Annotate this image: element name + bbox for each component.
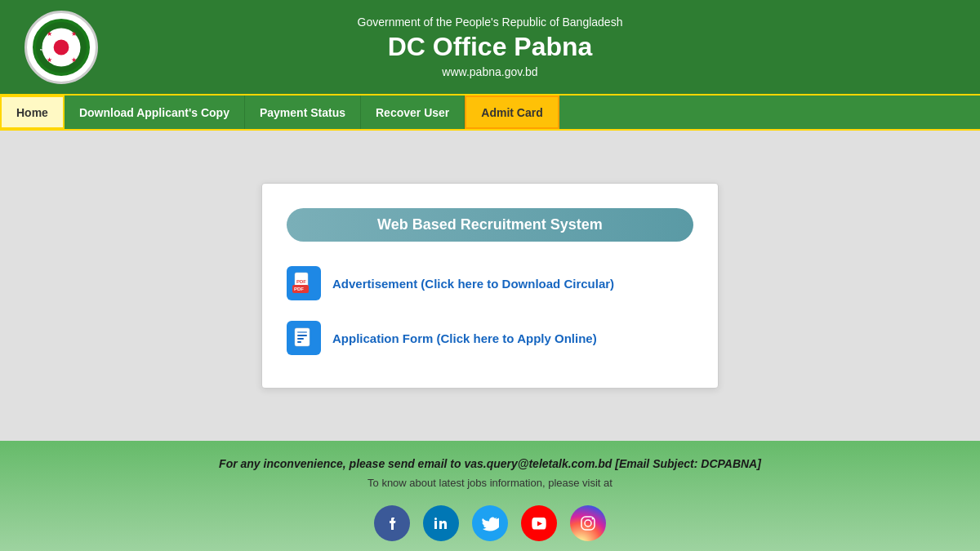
main-navbar: Home Download Applicant's Copy Payment S…	[0, 94, 980, 131]
advertisement-link[interactable]: PDF PDF Advertisement (Click here to Dow…	[287, 266, 693, 300]
site-header: ★ ★ ★ ★ সরকার Government of the People's…	[0, 0, 980, 94]
emblem-svg: ★ ★ ★ ★ সরকার	[36, 20, 87, 74]
form-icon	[287, 321, 321, 355]
svg-text:★: ★	[47, 56, 52, 63]
nav-payment[interactable]: Payment Status	[245, 96, 361, 129]
svg-point-25	[592, 518, 594, 520]
instagram-icon[interactable]	[570, 505, 606, 541]
header-subtitle: Government of the People's Republic of B…	[358, 16, 623, 29]
header-title: DC Office Pabna	[358, 32, 623, 62]
main-content: Web Based Recruitment System PDF PDF Adv…	[0, 131, 980, 441]
logo-circle: ★ ★ ★ ★ সরকার	[24, 11, 98, 84]
application-link[interactable]: Application Form (Click here to Apply On…	[287, 321, 693, 355]
svg-point-7	[55, 41, 67, 53]
svg-rect-18	[297, 341, 301, 343]
pdf-icon: PDF PDF	[287, 266, 321, 300]
svg-point-24	[585, 520, 591, 527]
svg-rect-16	[297, 335, 307, 336]
advertisement-text: Advertisement (Click here to Download Ci…	[332, 277, 614, 291]
form-icon-svg	[292, 327, 315, 349]
pdf-icon-svg: PDF PDF	[292, 272, 315, 295]
svg-text:PDF: PDF	[294, 287, 304, 291]
recruitment-card: Web Based Recruitment System PDF PDF Adv…	[261, 183, 719, 389]
svg-text:সরকার: সরকার	[40, 47, 50, 51]
emblem: ★ ★ ★ ★ সরকার	[33, 19, 90, 76]
svg-rect-19	[296, 331, 307, 333]
card-heading: Web Based Recruitment System	[287, 208, 693, 242]
linkedin-icon[interactable]	[423, 505, 459, 541]
twitter-icon[interactable]	[472, 505, 508, 541]
application-text: Application Form (Click here to Apply On…	[332, 331, 597, 345]
facebook-icon[interactable]	[374, 505, 410, 541]
svg-text:PDF: PDF	[296, 279, 306, 284]
logo-area: ★ ★ ★ ★ সরকার	[24, 11, 98, 84]
svg-point-21	[434, 518, 437, 520]
header-url: www.pabna.gov.bd	[358, 65, 623, 78]
footer-visit: To know about latest jobs information, p…	[0, 477, 980, 489]
nav-download[interactable]: Download Applicant's Copy	[65, 96, 245, 129]
svg-text:★: ★	[71, 29, 77, 37]
svg-text:★: ★	[47, 29, 52, 37]
social-icons	[0, 505, 980, 541]
nav-home[interactable]: Home	[0, 96, 65, 129]
svg-rect-17	[297, 338, 304, 340]
svg-rect-20	[434, 521, 437, 529]
youtube-icon[interactable]	[521, 505, 557, 541]
nav-admit[interactable]: Admit Card	[465, 96, 559, 129]
nav-recover[interactable]: Recover User	[361, 96, 465, 129]
footer-green: For any inconvenience, please send email…	[0, 441, 980, 551]
svg-text:★: ★	[71, 56, 77, 63]
footer-contact: For any inconvenience, please send email…	[0, 457, 980, 470]
header-text: Government of the People's Republic of B…	[358, 16, 623, 78]
